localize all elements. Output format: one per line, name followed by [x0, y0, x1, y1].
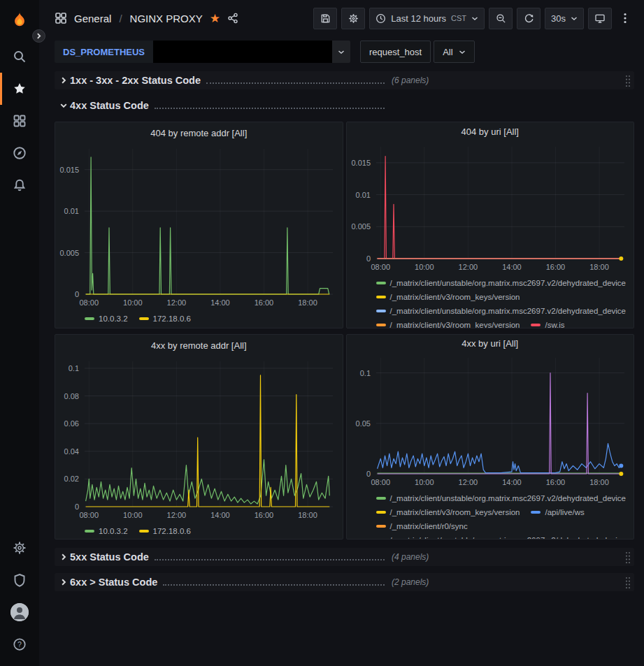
row-drag-handle[interactable]: [624, 576, 631, 588]
panel-404-by-uri: 404 by uri [All] 00.0050.010.01508:0010:…: [346, 122, 635, 328]
svg-text:18:00: 18:00: [589, 478, 609, 486]
chevron-down-icon: [459, 50, 466, 55]
legend-label: /_matrix/client/unstable/org.matrix.msc2…: [390, 493, 627, 503]
chevron-down-icon: [332, 41, 350, 63]
legend-label: 172.18.0.6: [153, 526, 191, 536]
legend-swatch: [376, 282, 386, 284]
datasource-variable-value[interactable]: [153, 41, 350, 63]
svg-text:10:00: 10:00: [415, 478, 434, 486]
sidebar-collapse-button[interactable]: [32, 29, 45, 43]
legend-swatch: [85, 317, 94, 320]
chevron-right-icon: [57, 553, 70, 560]
time-range-picker[interactable]: Last 12 hours CST: [369, 8, 485, 29]
zoom-out-icon: [496, 13, 506, 24]
legend-item[interactable]: /_matrix/client/r0/sync: [376, 521, 468, 531]
legend-item[interactable]: /_matrix/client/v3/room_keys/version: [376, 507, 520, 517]
legend-item[interactable]: /_matrix/client/unstable/org.matrix.msc2…: [376, 306, 627, 316]
row-drag-handle[interactable]: [624, 551, 631, 563]
panel-header[interactable]: 4xx by remote addr [All]: [55, 335, 343, 356]
breadcrumb-title[interactable]: NGINX PROXY: [130, 13, 203, 24]
legend-item[interactable]: 172.18.0.6: [139, 314, 191, 324]
refresh-button[interactable]: [517, 8, 541, 29]
apps-grid-icon[interactable]: [55, 12, 67, 24]
refresh-interval-dropdown[interactable]: 30s: [545, 8, 584, 29]
chevron-down-icon: [57, 102, 70, 109]
kebab-menu-button[interactable]: [616, 8, 634, 29]
dotted-leader: [206, 77, 385, 84]
dashboard-scroll-area[interactable]: 1xx - 3xx - 2xx Status Code (6 panels): [39, 70, 644, 666]
breadcrumb-section[interactable]: General: [74, 13, 111, 24]
request-host-value: All: [443, 47, 452, 57]
svg-text:18:00: 18:00: [589, 263, 609, 271]
redacted-value: [153, 41, 332, 63]
legend-swatch: [376, 511, 386, 514]
panel-legend: 10.0.3.2172.18.0.6: [55, 312, 343, 326]
legend-item[interactable]: 172.18.0.6: [139, 526, 191, 536]
datasource-variable-label[interactable]: DS_PROMETHEUS: [55, 41, 153, 63]
legend-item[interactable]: /api/live/ws: [531, 507, 584, 517]
favorite-star-icon[interactable]: ★: [210, 13, 220, 24]
sidebar-item-profile[interactable]: [0, 596, 39, 628]
legend-item[interactable]: 10.0.3.2: [85, 526, 128, 536]
panel-header[interactable]: 404 by remote addr [All]: [55, 122, 343, 143]
legend-item[interactable]: /_matrix/client/unstable/org.matrix.msc2…: [376, 493, 627, 503]
row-toggle-6xx[interactable]: 6xx > Status Code (2 panels): [55, 573, 634, 591]
grafana-app: ? General / NGINX PROXY ★: [0, 0, 644, 666]
panel-title: 404 by uri [All]: [461, 126, 519, 137]
sidebar-item-dashboards[interactable]: [0, 105, 39, 137]
request-host-key[interactable]: request_host: [360, 41, 431, 63]
timeseries-chart[interactable]: 00.020.040.060.080.108:0010:0012:0014:00…: [55, 356, 343, 525]
dashboard-settings-button[interactable]: [341, 8, 365, 29]
legend-item[interactable]: /_matrix/client/v3/room_keys/version: [376, 320, 520, 328]
cycle-view-mode-button[interactable]: [588, 8, 612, 29]
legend-swatch: [376, 296, 386, 298]
legend-item[interactable]: 10.0.3.2: [85, 314, 128, 324]
dotted-leader: [163, 579, 385, 586]
panel-title: 4xx by uri [All]: [461, 338, 518, 349]
svg-text:14:00: 14:00: [502, 263, 522, 271]
zoom-out-button[interactable]: [489, 8, 513, 29]
timeseries-chart[interactable]: 00.050.108:0010:0012:0014:0016:0018:00: [347, 352, 634, 492]
svg-text:?: ?: [17, 640, 22, 649]
sidebar-item-starred[interactable]: [0, 73, 39, 105]
svg-text:08:00: 08:00: [79, 511, 99, 519]
dashboards-grid-icon: [13, 114, 27, 128]
legend-item[interactable]: /_matrix/client/v3/room_keys/version: [376, 292, 520, 302]
panel-header[interactable]: 404 by uri [All]: [347, 122, 634, 141]
row-drag-handle[interactable]: [624, 74, 631, 87]
row-panel-count: (2 panels): [392, 577, 429, 587]
panel-header[interactable]: 4xx by uri [All]: [347, 335, 634, 352]
svg-text:14:00: 14:00: [210, 298, 230, 307]
sidebar-item-explore[interactable]: [0, 137, 39, 169]
row-toggle-1xx-3xx-2xx[interactable]: 1xx - 3xx - 2xx Status Code (6 panels): [55, 71, 634, 89]
share-icon[interactable]: [227, 13, 238, 24]
svg-text:12:00: 12:00: [167, 298, 187, 307]
compass-icon: [13, 146, 27, 160]
svg-text:14:00: 14:00: [210, 511, 230, 519]
svg-text:0: 0: [366, 254, 370, 263]
kebab-icon: [624, 13, 627, 24]
legend-swatch: [531, 324, 541, 326]
legend-item[interactable]: /_matrix/client/unstable/org.matrix.msc2…: [376, 278, 627, 288]
row-toggle-5xx[interactable]: 5xx Status Code (4 panels): [55, 548, 634, 566]
sidebar-item-server-admin[interactable]: [0, 564, 39, 596]
sidebar-item-search[interactable]: [0, 41, 39, 73]
save-dashboard-button[interactable]: [313, 8, 337, 29]
svg-text:18:00: 18:00: [298, 511, 317, 519]
sidebar-item-help[interactable]: ?: [0, 628, 39, 660]
timeseries-chart[interactable]: 00.0050.010.01508:0010:0012:0014:0016:00…: [347, 141, 634, 277]
row-toggle-4xx[interactable]: 4xx Status Code: [55, 96, 634, 115]
monitor-icon: [594, 13, 606, 24]
svg-text:12:00: 12:00: [458, 263, 478, 271]
sidebar-item-alerting[interactable]: [0, 169, 39, 201]
row-panel-count: (6 panels): [392, 75, 429, 85]
request-host-value-dropdown[interactable]: All: [434, 41, 474, 63]
legend-item[interactable]: /_matrix/client/unstable/org.matrix.msc2…: [376, 535, 627, 539]
svg-text:12:00: 12:00: [458, 478, 478, 486]
svg-text:0.015: 0.015: [59, 166, 79, 174]
main-area: General / NGINX PROXY ★: [39, 0, 644, 666]
legend-item[interactable]: /sw.js: [531, 320, 564, 328]
sidebar-bottom-group: ?: [0, 532, 39, 660]
timeseries-chart[interactable]: 00.0050.010.01508:0010:0012:0014:0016:00…: [55, 143, 343, 312]
sidebar-item-settings[interactable]: [0, 532, 39, 564]
